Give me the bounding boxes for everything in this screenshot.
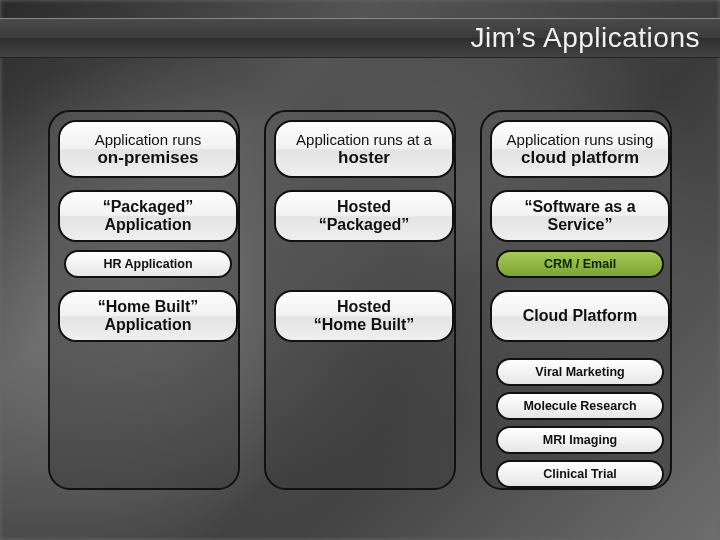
cell-cloud-platform-l1: Cloud Platform — [502, 307, 658, 325]
cell-saas: “Software as a Service” — [490, 190, 670, 242]
header-hoster-line2: hoster — [286, 148, 442, 168]
header-hoster-line1: Application runs at a — [286, 131, 442, 148]
header-on-premises-line1: Application runs — [70, 131, 226, 148]
cell-hosted-home-built-l1: Hosted — [286, 298, 442, 316]
cell-hosted-packaged-l2: “Packaged” — [286, 216, 442, 234]
diagram-stage: Application runs on-premises “Packaged” … — [0, 90, 720, 530]
header-hoster: Application runs at a hoster — [274, 120, 454, 178]
cell-packaged-application-l2: Application — [70, 216, 226, 234]
cell-hosted-home-built-l2: “Home Built” — [286, 316, 442, 334]
pill-viral-marketing: Viral Marketing — [496, 358, 664, 386]
pill-hr-application: HR Application — [64, 250, 232, 278]
pill-mri-imaging: MRI Imaging — [496, 426, 664, 454]
cell-packaged-application-l1: “Packaged” — [70, 198, 226, 216]
cell-home-built-application-l2: Application — [70, 316, 226, 334]
column-cloud: Application runs using cloud platform “S… — [480, 90, 672, 530]
cell-cloud-platform: Cloud Platform — [490, 290, 670, 342]
pill-clinical-trial: Clinical Trial — [496, 460, 664, 488]
cell-hosted-packaged-l1: Hosted — [286, 198, 442, 216]
header-on-premises-line2: on-premises — [70, 148, 226, 168]
cell-packaged-application: “Packaged” Application — [58, 190, 238, 242]
slide-title: Jim’s Applications — [471, 22, 700, 54]
cell-hosted-packaged: Hosted “Packaged” — [274, 190, 454, 242]
cell-home-built-application: “Home Built” Application — [58, 290, 238, 342]
cell-saas-l2: Service” — [502, 216, 658, 234]
pill-molecule-research: Molecule Research — [496, 392, 664, 420]
header-cloud: Application runs using cloud platform — [490, 120, 670, 178]
cell-hosted-home-built: Hosted “Home Built” — [274, 290, 454, 342]
column-hoster: Application runs at a hoster Hosted “Pac… — [264, 90, 456, 530]
header-on-premises: Application runs on-premises — [58, 120, 238, 178]
column-on-premises: Application runs on-premises “Packaged” … — [48, 90, 240, 530]
cell-home-built-application-l1: “Home Built” — [70, 298, 226, 316]
title-bar: Jim’s Applications — [0, 18, 720, 58]
header-cloud-line2: cloud platform — [502, 148, 658, 168]
header-cloud-line1: Application runs using — [502, 131, 658, 148]
cell-saas-l1: “Software as a — [502, 198, 658, 216]
pill-crm-email: CRM / Email — [496, 250, 664, 278]
